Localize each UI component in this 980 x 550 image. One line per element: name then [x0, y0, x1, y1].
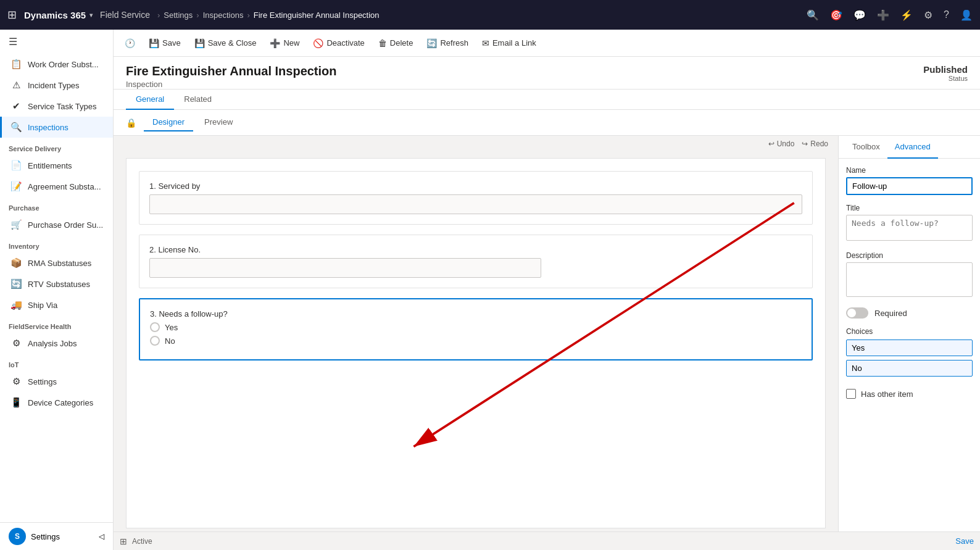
sidebar-item-purchase-order[interactable]: 🛒 Purchase Order Su... — [0, 214, 113, 235]
canvas-scroll[interactable]: 1. Serviced by 2. License No. 3. Needs a… — [114, 152, 838, 531]
sidebar-user-label: Settings — [31, 532, 60, 541]
undo-button[interactable]: ↩ Undo — [768, 140, 795, 148]
sidebar-item-incident-types[interactable]: ⚠ Incident Types — [0, 75, 113, 96]
sidebar-item-agreement-label: Agreement Substa... — [28, 182, 101, 191]
question-1-label: 1. Serviced by — [149, 181, 802, 191]
sidebar-item-iot-settings[interactable]: ⚙ Settings — [0, 371, 113, 392]
save-button[interactable]: 💾 Save — [143, 35, 187, 52]
redo-button[interactable]: ↪ Redo — [802, 140, 828, 148]
email-link-button[interactable]: ✉ Email a Link — [476, 35, 542, 52]
sidebar-item-rma[interactable]: 📦 RMA Substatuses — [0, 252, 113, 273]
sidebar-item-purchase-label: Purchase Order Su... — [28, 220, 103, 230]
save-label: Save — [162, 38, 181, 48]
sidebar-item-device-label: Device Categories — [28, 398, 93, 407]
question-1[interactable]: 1. Serviced by — [139, 171, 813, 225]
delete-button[interactable]: 🗑 Delete — [372, 35, 420, 52]
user-icon[interactable]: 👤 — [960, 9, 973, 21]
new-label: New — [283, 38, 299, 48]
question-3-option-yes[interactable]: Yes — [150, 322, 802, 332]
sidebar-item-analysis-jobs[interactable]: ⚙ Analysis Jobs — [0, 333, 113, 354]
question-2-input[interactable] — [149, 258, 541, 278]
deactivate-icon: 🚫 — [313, 38, 323, 48]
top-nav-right: 🔍 🎯 💬 ➕ ⚡ ⚙ ? 👤 — [807, 9, 973, 21]
sidebar-item-entitlements[interactable]: 📄 Entitlements — [0, 155, 113, 176]
settings-icon[interactable]: ⚙ — [924, 9, 932, 21]
rtv-icon: 🔄 — [10, 278, 22, 290]
brand-chevron[interactable]: ▾ — [89, 12, 93, 19]
sidebar-bottom-user[interactable]: S Settings ◁ — [0, 522, 113, 550]
search-icon[interactable]: 🔍 — [807, 9, 819, 21]
status-active-label: Active — [132, 537, 152, 546]
entitlements-icon: 📄 — [10, 160, 22, 171]
sidebar-item-iot-settings-label: Settings — [28, 377, 57, 386]
canvas-inner: 1. Serviced by 2. License No. 3. Needs a… — [126, 158, 826, 528]
question-3-option-no[interactable]: No — [150, 336, 802, 346]
choice-yes-input[interactable] — [846, 340, 973, 356]
sidebar-item-inspections-label: Inspections — [28, 123, 69, 132]
choice-no-input[interactable] — [846, 360, 973, 377]
right-panel: Toolbox Advanced Name Title — [838, 136, 980, 531]
refresh-icon: 🔄 — [426, 38, 437, 48]
title-field-label: Title — [846, 204, 973, 212]
checkmark-icon[interactable]: 🎯 — [830, 9, 842, 21]
question-2[interactable]: 2. License No. — [139, 235, 813, 288]
sidebar-toggle[interactable]: ☰ — [0, 30, 113, 54]
service-task-icon: ✔ — [10, 101, 22, 112]
title-input[interactable] — [846, 215, 973, 241]
refresh-button[interactable]: 🔄 Refresh — [420, 35, 475, 52]
required-toggle[interactable] — [846, 307, 868, 319]
panel-tab-toolbox[interactable]: Toolbox — [845, 136, 887, 159]
sidebar-item-work-order[interactable]: 📋 Work Order Subst... — [0, 54, 113, 75]
new-icon: ➕ — [270, 38, 280, 48]
brand-name: Dynamics 365 — [24, 10, 86, 20]
sidebar-item-incident-label: Incident Types — [28, 81, 80, 90]
command-bar: 🕐 💾 Save 💾 Save & Close ➕ New 🚫 Deactiva… — [114, 30, 980, 57]
sidebar-item-service-task-types[interactable]: ✔ Service Task Types — [0, 96, 113, 117]
sidebar-item-rtv[interactable]: 🔄 RTV Substatuses — [0, 273, 113, 294]
radio-no-label: No — [165, 336, 175, 346]
redo-label: Redo — [810, 140, 828, 148]
save-close-button[interactable]: 💾 Save & Close — [188, 35, 263, 52]
panel-tab-advanced[interactable]: Advanced — [887, 136, 938, 159]
has-other-label: Has other item — [861, 390, 913, 399]
sub-tab-preview[interactable]: Preview — [196, 114, 241, 131]
breadcrumb-settings[interactable]: Settings — [164, 10, 193, 20]
name-field-label: Name — [846, 166, 973, 175]
help-icon[interactable]: ? — [944, 9, 949, 20]
sidebar-item-agreement-substa[interactable]: 📝 Agreement Substa... — [0, 176, 113, 197]
tab-related[interactable]: Related — [174, 90, 222, 110]
radio-yes-label: Yes — [165, 323, 178, 332]
radio-no-circle — [150, 336, 160, 346]
apps-icon[interactable]: ⊞ — [7, 8, 17, 22]
deactivate-button[interactable]: 🚫 Deactivate — [307, 35, 370, 52]
status-bar: ⊞ Active Save — [114, 531, 980, 550]
chat-icon[interactable]: 💬 — [853, 9, 866, 21]
description-input[interactable] — [846, 262, 973, 297]
status-save-button[interactable]: Save — [955, 536, 974, 546]
save-icon: 💾 — [149, 38, 159, 48]
filter-icon[interactable]: ⚡ — [900, 9, 913, 21]
question-3[interactable]: 3. Needs a follow-up? Yes No — [139, 298, 813, 360]
new-button[interactable]: ➕ New — [264, 35, 305, 52]
sidebar-item-work-order-label: Work Order Subst... — [28, 60, 99, 69]
brand[interactable]: Dynamics 365 ▾ — [24, 10, 93, 20]
sidebar-item-inspections[interactable]: 🔍 Inspections — [0, 117, 113, 138]
add-icon[interactable]: ➕ — [877, 9, 889, 21]
question-1-input[interactable] — [149, 194, 802, 214]
description-field-label: Description — [846, 251, 973, 260]
undo-redo-bar: ↩ Undo ↪ Redo — [114, 136, 838, 152]
history-button[interactable]: 🕐 — [118, 35, 141, 52]
sub-tabs: 🔒 Designer Preview — [114, 110, 980, 136]
sidebar-item-device-categories[interactable]: 📱 Device Categories — [0, 392, 113, 413]
tab-general[interactable]: General — [126, 90, 174, 110]
breadcrumb-inspections[interactable]: Inspections — [203, 10, 244, 20]
has-other-checkbox[interactable] — [846, 389, 856, 399]
lock-icon: 🔒 — [126, 118, 136, 128]
name-input[interactable] — [846, 177, 973, 195]
sidebar-pin-icon[interactable]: ◁ — [99, 532, 104, 541]
radio-yes-circle — [150, 322, 160, 332]
has-other-row: Has other item — [846, 389, 973, 399]
sub-tab-designer[interactable]: Designer — [144, 114, 193, 131]
designer-body: ↩ Undo ↪ Redo 1. Serviced — [114, 136, 980, 531]
sidebar-item-ship-via[interactable]: 🚚 Ship Via — [0, 294, 113, 315]
